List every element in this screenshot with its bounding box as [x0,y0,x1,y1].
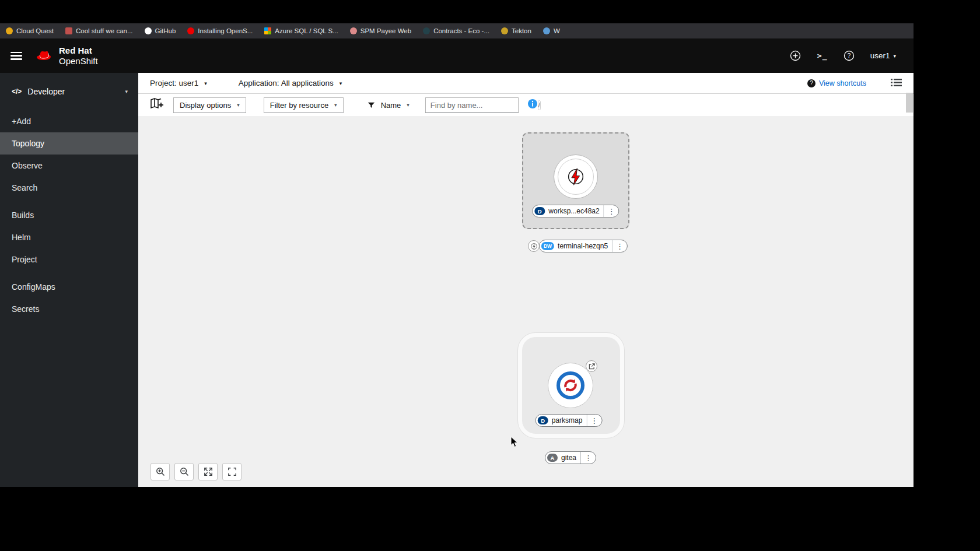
user-menu[interactable]: user1 ▾ [870,51,896,60]
canvas-controls [150,463,242,480]
bookmark-azure-sql[interactable]: Azure SQL / SQL S... [264,27,338,34]
application-dropdown[interactable]: Application: All applications ▾ [239,79,342,87]
mouse-cursor [510,436,519,450]
project-dropdown[interactable]: Project: user1 ▾ [150,79,207,87]
display-options-dropdown[interactable]: Display options ▾ [173,97,246,113]
brand-text: Red Hat OpenShift [59,45,98,66]
redhat-fedora-icon [35,49,54,63]
find-by-name-input[interactable] [426,101,538,110]
workspace-node[interactable] [554,155,598,199]
list-view-toggle-icon[interactable] [891,78,902,89]
chevron-down-icon: ▾ [893,53,896,59]
external-link-decorator-icon[interactable] [586,360,597,372]
terminal-label-text: terminal-hezqn5 [558,242,612,250]
bookmark-github[interactable]: GitHub [145,27,176,34]
cloud-quest-favicon [6,27,13,34]
filter-funnel-icon [368,101,375,109]
terminal-glyph: >_ [817,51,828,60]
bookmark-label: Tekton [512,27,531,34]
scrollbar-thumb[interactable] [906,93,913,113]
sidebar-item-builds[interactable]: Builds [0,204,138,226]
topology-canvas[interactable]: D worksp...ec48a2 ⋮ DW terminal-hezqn5 ⋮ [138,117,914,487]
perspective-switcher[interactable]: </> Developer ▾ [0,81,138,102]
kebab-menu-icon[interactable]: ⋮ [604,205,619,217]
parksmap-node-label[interactable]: D parksmap ⋮ [536,414,603,427]
name-filter-dropdown[interactable]: Name ▾ [361,97,416,113]
masthead: Red Hat OpenShift >_ ? user1 ▾ [0,38,914,73]
context-bar: Project: user1 ▾ Application: All applic… [138,73,914,94]
sidebar-item-search[interactable]: Search [0,177,138,199]
parksmap-sync-icon [556,371,585,400]
sidebar-nav: </> Developer ▾ +Add Topology Observe Se… [0,73,138,487]
developer-code-icon: </> [12,87,22,96]
bookmark-label: Cool stuff we can... [76,27,133,34]
info-icon[interactable] [528,99,537,111]
zoom-out-button[interactable] [174,463,194,480]
topology-toolbar: Display options ▾ Filter by resource ▾ N… [138,94,914,116]
brand-redhat: Red Hat [59,45,98,55]
bookmark-label: W [554,27,560,34]
kebab-menu-icon[interactable]: ⋮ [586,415,601,426]
bookmark-label: SPM Payee Web [360,27,411,34]
sidebar-item-add[interactable]: +Add [0,110,138,132]
gitea-node-label[interactable]: A gitea ⋮ [545,451,596,464]
find-by-name-search: / [425,97,519,113]
kebab-menu-icon[interactable]: ⋮ [612,240,627,252]
kebab-menu-icon[interactable]: ⋮ [580,452,596,464]
spm-favicon [350,27,357,34]
bookmark-label: Contracts - Eco -... [433,27,489,34]
devworkspace-lightning-icon [565,166,587,188]
workspace-label-text: worksp...ec48a2 [548,207,603,215]
sidebar-item-observe[interactable]: Observe [0,155,138,177]
chevron-down-icon: ▾ [204,80,207,86]
workspace-node-label[interactable]: D worksp...ec48a2 ⋮ [532,205,619,217]
browser-window: Cloud Quest Cool stuff we can... GitHub … [0,23,914,487]
quick-create-plus-icon[interactable] [790,50,802,62]
help-icon[interactable]: ? [844,50,855,62]
slash-shortcut-hint: / [538,100,541,110]
chevron-down-icon: ▾ [237,102,240,108]
view-shortcuts-label: View shortcuts [819,79,866,87]
bookmark-w[interactable]: W [543,27,560,34]
chevron-down-icon: ▾ [340,80,342,86]
parksmap-label-text: parksmap [552,416,587,424]
redhat-openshift-logo[interactable]: Red Hat OpenShift [35,45,98,66]
bookmark-cloud-quest[interactable]: Cloud Quest [6,27,54,34]
sidebar-item-topology[interactable]: Topology [0,132,138,155]
bookmark-tekton[interactable]: Tekton [501,27,531,34]
sidebar-item-configmaps[interactable]: ConfigMaps [0,276,138,298]
deployment-badge: D [534,207,545,215]
chevron-down-icon: ▾ [125,89,128,94]
perspective-label: Developer [27,87,65,96]
sidebar-item-helm[interactable]: Helm [0,226,138,248]
bookmark-contracts[interactable]: Contracts - Eco -... [423,27,489,34]
terminal-status-decorator-icon[interactable] [528,240,540,252]
view-shortcuts-link[interactable]: ? View shortcuts [807,79,866,87]
svg-text:?: ? [848,52,851,59]
name-filter-label: Name [381,101,401,110]
application-badge: A [547,454,558,462]
nav-toggle-hamburger-icon[interactable] [10,52,22,60]
bookmark-cool-stuff[interactable]: Cool stuff we can... [65,27,133,34]
export-application-icon[interactable] [150,98,164,112]
fit-to-screen-button[interactable] [198,463,218,480]
bookmarks-bar: Cloud Quest Cool stuff we can... GitHub … [0,23,914,38]
bookmark-label: Azure SQL / SQL S... [275,27,338,34]
sidebar-item-secrets[interactable]: Secrets [0,298,138,320]
filter-by-resource-dropdown[interactable]: Filter by resource ▾ [264,97,344,113]
tekton-favicon [501,27,508,34]
sidebar-item-project[interactable]: Project [0,248,138,271]
web-terminal-icon[interactable]: >_ [817,50,828,62]
question-circle-icon: ? [807,79,816,87]
filter-by-resource-label: Filter by resource [270,101,328,110]
bookmark-spm-payee[interactable]: SPM Payee Web [350,27,411,34]
zoom-in-button[interactable] [150,463,170,480]
bookmark-installing-openshift[interactable]: Installing OpenS... [187,27,253,34]
fullscreen-button[interactable] [222,463,242,480]
application-dropdown-label: Application: All applications [239,79,334,87]
contracts-favicon [423,27,430,34]
globe-favicon [543,27,550,34]
terminal-node-label[interactable]: DW terminal-hezqn5 ⋮ [539,240,628,252]
cool-stuff-favicon [65,27,72,34]
chevron-down-icon: ▾ [407,102,410,108]
